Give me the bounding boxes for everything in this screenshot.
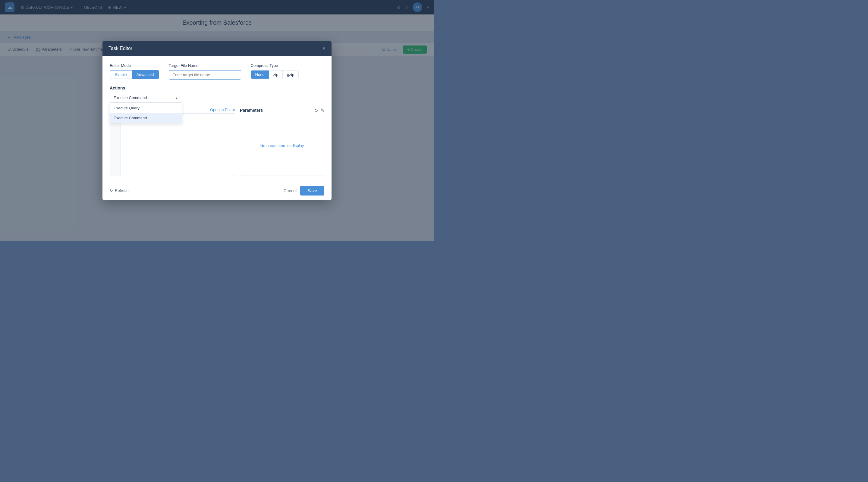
target-file-label: Target File Name	[169, 63, 241, 68]
params-box: No parameters to display	[240, 116, 324, 176]
compress-gzip-button[interactable]: gzip	[283, 70, 299, 78]
parameters-panel: Parameters ↻ ✎ No parameters to display	[240, 107, 324, 176]
dropdown-item-execute-query[interactable]: Execute Query	[110, 103, 182, 113]
no-params-message: No parameters to display	[260, 143, 304, 148]
refresh-button[interactable]: ↻ Refresh	[110, 188, 129, 193]
save-button[interactable]: Save	[300, 186, 324, 195]
mode-buttons: Simple Advanced	[110, 70, 159, 79]
simple-mode-button[interactable]: Simple	[110, 70, 132, 78]
compress-type-group: Compress Type None zip gzip	[251, 63, 299, 79]
actions-dropdown-menu: Execute Query Execute Command	[110, 103, 182, 123]
modal-footer: ↻ Refresh Cancel Save	[102, 181, 332, 200]
footer-right: Cancel Save	[283, 186, 324, 195]
chevron-down-icon	[175, 96, 178, 100]
open-in-editor-button[interactable]: Open in Editor	[210, 107, 235, 112]
modal-header: Task Editor ×	[102, 41, 332, 56]
compress-zip-button[interactable]: zip	[269, 70, 283, 78]
editor-mode-label: Editor Mode	[110, 63, 159, 68]
target-file-group: Target File Name	[169, 63, 241, 79]
close-button[interactable]: ×	[322, 46, 326, 51]
task-editor-modal: Task Editor × Editor Mode Simple Advance…	[102, 41, 332, 200]
advanced-mode-button[interactable]: Advanced	[132, 70, 159, 78]
form-row-top: Editor Mode Simple Advanced Target File …	[110, 63, 324, 79]
actions-label: Actions	[110, 86, 324, 90]
cancel-button[interactable]: Cancel	[283, 188, 297, 193]
compress-none-button[interactable]: None	[251, 70, 269, 78]
params-title: Parameters	[240, 108, 263, 113]
actions-dropdown-value: Execute Command	[114, 96, 147, 100]
modal-overlay: Task Editor × Editor Mode Simple Advance…	[0, 0, 434, 241]
target-file-input[interactable]	[169, 70, 241, 79]
params-header: Parameters ↻ ✎	[240, 107, 324, 113]
dropdown-item-execute-command[interactable]: Execute Command	[110, 113, 182, 123]
modal-body: Editor Mode Simple Advanced Target File …	[102, 56, 332, 181]
compress-type-label: Compress Type	[251, 63, 299, 68]
actions-section: Actions Execute Command Execute Query Ex…	[110, 86, 324, 103]
actions-dropdown-wrapper: Execute Command Execute Query Execute Co…	[110, 93, 182, 103]
modal-title: Task Editor	[108, 46, 132, 51]
params-actions: ↻ ✎	[314, 107, 324, 113]
edit-params-button[interactable]: ✎	[320, 107, 324, 113]
refresh-params-button[interactable]: ↻	[314, 107, 318, 113]
refresh-icon: ↻	[110, 188, 113, 193]
editor-mode-group: Editor Mode Simple Advanced	[110, 63, 159, 79]
compress-buttons: None zip gzip	[251, 70, 299, 79]
actions-dropdown-trigger[interactable]: Execute Command	[110, 93, 182, 103]
